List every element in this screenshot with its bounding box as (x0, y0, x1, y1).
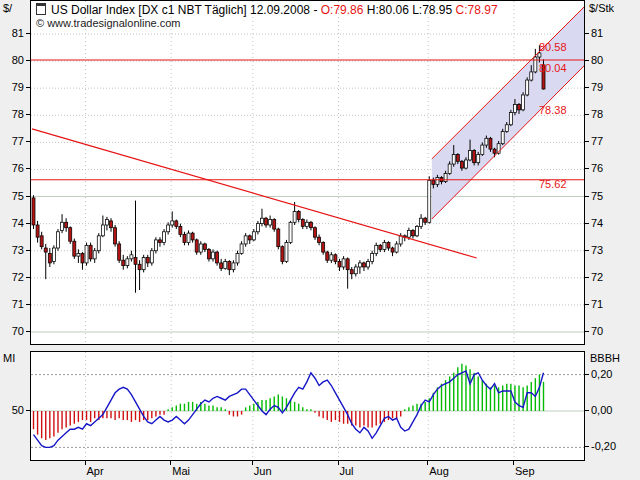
y-axis-tick-mark-left (26, 168, 30, 169)
x-axis-tick-mark (338, 461, 339, 465)
y-axis-tick-mark-right (585, 33, 589, 34)
price-annotation-label: 80.04 (539, 62, 567, 74)
chart-window: $/ $/Stk US Dollar Index [DX c1 NBT Tägl… (0, 0, 640, 480)
y-axis-tick-mark-left (26, 250, 30, 251)
y-axis-tick-mark-left (26, 304, 30, 305)
y-axis-tick-mark-left (26, 114, 30, 115)
window-restore-icon (36, 3, 46, 15)
y-axis-tick-mark-left (26, 196, 30, 197)
y-axis-tick-label-right: 81 (591, 27, 603, 39)
x-axis-tick-mark (85, 461, 86, 465)
y-axis-tick-label-left: 76 (2, 162, 24, 174)
main-chart-canvas[interactable] (31, 1, 584, 344)
x-axis-tick-mark (513, 461, 514, 465)
y-axis-tick-label-right: 72 (591, 271, 603, 283)
y-axis-tick-label-right: 79 (591, 81, 603, 93)
y-axis-tick-mark-right (585, 168, 589, 169)
indicator-left-label: MI (3, 352, 15, 364)
indicator-right-tick-label: 0,20 (591, 368, 612, 380)
y-axis-tick-mark-left (26, 33, 30, 34)
y-axis-tick-mark-right (585, 250, 589, 251)
y-axis-tick-mark-left (26, 60, 30, 61)
title-close-value: C:78.97 (456, 3, 498, 17)
y-axis-tick-mark-left (26, 87, 30, 88)
y-axis-tick-label-right: 70 (591, 325, 603, 337)
right-axis-unit: $/Stk (589, 2, 614, 14)
x-axis-month-label: Jun (254, 465, 272, 477)
y-axis-tick-mark-left (26, 141, 30, 142)
y-axis-tick-label-right: 74 (591, 217, 603, 229)
x-axis-tick-mark (427, 461, 428, 465)
watermark-url: www.tradesignalonline.com (47, 17, 180, 29)
indicator-gridlines (31, 352, 584, 460)
indicator-right-tick-label: -0,20 (591, 440, 616, 452)
y-axis-tick-mark-right (585, 277, 589, 278)
y-axis-tick-mark-right (585, 223, 589, 224)
y-axis-tick-label-right: 73 (591, 244, 603, 256)
title-low-value: L:78.95 (412, 3, 452, 17)
y-axis-tick-mark-right (585, 60, 589, 61)
y-axis-tick-label-left: 77 (2, 135, 24, 147)
x-axis-tick-mark (170, 461, 171, 465)
indicator-right-tick-mark (585, 410, 589, 411)
y-axis-tick-label-right: 77 (591, 135, 603, 147)
y-axis-tick-mark-left (26, 277, 30, 278)
y-axis-tick-label-left: 70 (2, 325, 24, 337)
title-date: 12.09.2008 (250, 3, 310, 17)
main-chart-panel (30, 0, 585, 345)
y-axis-tick-label-left: 75 (2, 190, 24, 202)
y-axis-tick-mark-left (26, 331, 30, 332)
main-gridlines (31, 1, 584, 344)
y-axis-tick-label-right: 76 (591, 162, 603, 174)
price-annotation-label: 80.58 (539, 41, 567, 53)
indicator-left-tick-mark (26, 410, 30, 411)
y-axis-tick-mark-right (585, 304, 589, 305)
title-open-value: O:79.86 (321, 3, 364, 17)
x-axis-month-label: Sep (515, 465, 535, 477)
y-axis-tick-mark-right (585, 114, 589, 115)
title-high-value: H:80.06 (367, 3, 409, 17)
y-axis-tick-label-left: 74 (2, 217, 24, 229)
x-axis-month-label: Apr (87, 465, 104, 477)
indicator-right-label: BBBH (590, 352, 620, 364)
indicator-panel (30, 351, 585, 461)
y-axis-tick-mark-right (585, 196, 589, 197)
y-axis-tick-label-left: 81 (2, 27, 24, 39)
y-axis-tick-mark-left (26, 223, 30, 224)
title-instrument: US Dollar Index [DX c1 NBT Täglich] (51, 3, 247, 17)
y-axis-tick-mark-right (585, 87, 589, 88)
indicator-right-tick-mark (585, 446, 589, 447)
x-axis-month-label: Aug (429, 465, 449, 477)
indicator-right-tick-mark (585, 374, 589, 375)
indicator-right-tick-label: 0,00 (591, 404, 612, 416)
y-axis-tick-label-right: 80 (591, 54, 603, 66)
y-axis-tick-label-right: 78 (591, 108, 603, 120)
y-axis-tick-label-left: 73 (2, 244, 24, 256)
x-axis-month-label: Jul (340, 465, 354, 477)
indicator-left-tick-label: 50 (8, 404, 24, 416)
chart-title: US Dollar Index [DX c1 NBT Täglich] 12.0… (36, 3, 498, 17)
x-axis-month-label: Mai (172, 465, 190, 477)
watermark: © www.tradesignalonline.com (36, 17, 180, 29)
title-separator: - (313, 3, 317, 17)
x-axis-tick-mark (252, 461, 253, 465)
price-annotation-label: 78.38 (539, 104, 567, 116)
y-axis-tick-label-left: 80 (2, 54, 24, 66)
y-axis-tick-mark-right (585, 141, 589, 142)
left-axis-unit: $/ (3, 2, 12, 14)
y-axis-tick-label-left: 78 (2, 108, 24, 120)
y-axis-tick-label-left: 79 (2, 81, 24, 93)
y-axis-tick-label-right: 75 (591, 190, 603, 202)
y-axis-tick-label-left: 72 (2, 271, 24, 283)
price-annotation-label: 75.62 (539, 178, 567, 190)
indicator-canvas[interactable] (31, 352, 584, 460)
y-axis-tick-label-left: 71 (2, 298, 24, 310)
y-axis-tick-label-right: 71 (591, 298, 603, 310)
copyright-icon: © (36, 17, 44, 29)
y-axis-tick-mark-right (585, 331, 589, 332)
mi-line (34, 371, 544, 447)
